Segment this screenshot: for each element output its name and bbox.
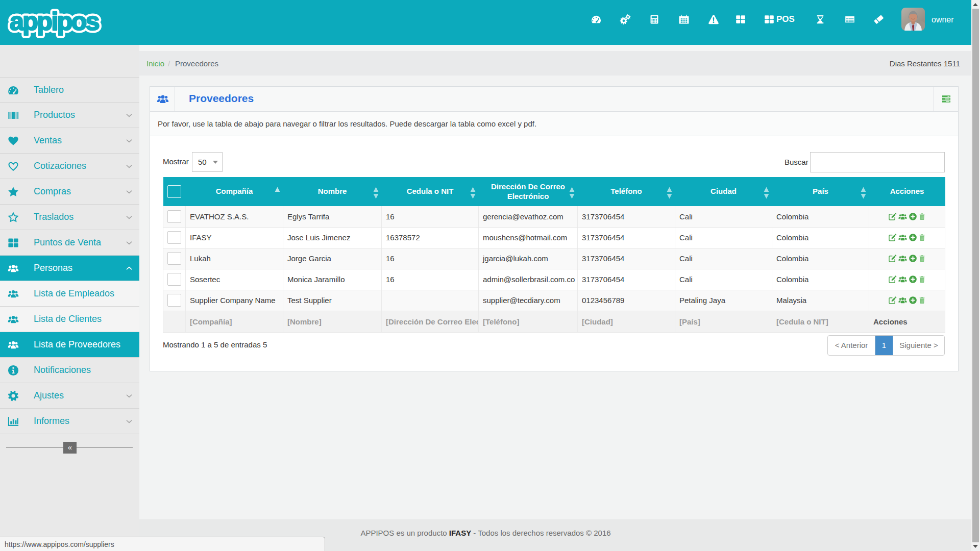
svg-text:appipos: appipos (10, 7, 99, 36)
